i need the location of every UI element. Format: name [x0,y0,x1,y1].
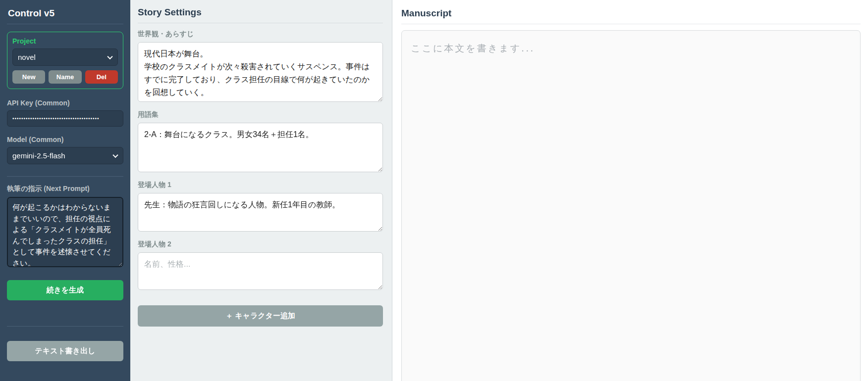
story-settings-panel: Story Settings 世界観・あらすじ 現代日本が舞台。 学校のクラスメ… [130,0,392,381]
synopsis-textarea[interactable]: 現代日本が舞台。 学校のクラスメイトが次々殺害されていくサスペンス。事件はすでに… [138,42,383,102]
export-text-button[interactable]: テキスト書き出し [7,341,123,361]
character-2-textarea[interactable] [138,252,383,290]
project-panel: Project novel New Name Del [7,32,123,89]
project-delete-button[interactable]: Del [85,70,118,84]
manuscript-textarea[interactable] [401,30,861,381]
project-label: Project [12,37,118,45]
divider [7,326,123,327]
divider [401,24,861,24]
app-title: Control v5 [8,8,122,19]
glossary-label: 用語集 [138,110,383,119]
generate-continuation-button[interactable]: 続きを生成 [7,280,123,300]
synopsis-label: 世界観・あらすじ [138,30,383,39]
story-settings-title: Story Settings [138,7,383,18]
project-rename-button[interactable]: Name [49,70,81,84]
model-select[interactable]: gemini-2.5-flash [7,147,123,164]
api-key-input[interactable] [7,110,123,127]
character-2-label: 登場人物 2 [138,240,383,249]
next-prompt-label: 執筆の指示 (Next Prompt) [7,185,123,193]
divider [138,23,383,23]
control-sidebar: Control v5 Project novel New Name Del AP… [0,0,130,381]
divider [7,176,123,177]
project-select[interactable]: novel [12,48,118,66]
project-new-button[interactable]: New [12,70,45,84]
model-label: Model (Common) [7,136,123,143]
manuscript-title: Manuscript [401,8,861,19]
add-character-button[interactable]: ＋ キャラクター追加 [138,305,383,327]
api-key-label: API Key (Common) [7,99,123,107]
next-prompt-textarea[interactable]: 何が起こるかはわからないままでいいので、担任の視点による「クラスメイトが全員死ん… [7,197,123,267]
character-1-textarea[interactable]: 先生：物語の狂言回しになる人物。新任1年目の教師。 [138,193,383,232]
character-1-label: 登場人物 1 [138,181,383,190]
divider [7,24,123,24]
manuscript-panel: Manuscript [392,0,868,381]
glossary-textarea[interactable]: 2-A：舞台になるクラス。男女34名＋担任1名。 [138,123,383,172]
